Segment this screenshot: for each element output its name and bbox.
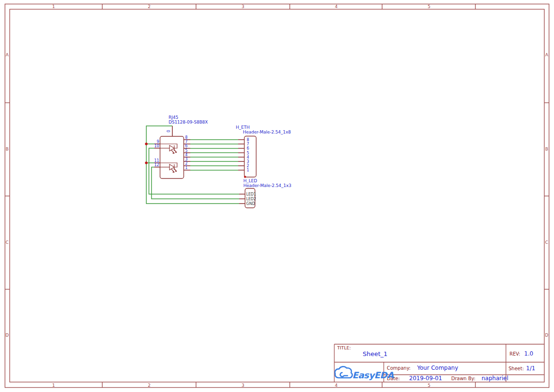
row-label-right-b: B — [545, 147, 548, 151]
sheet-title-value[interactable]: Sheet_1 — [363, 350, 387, 357]
easyeda-cloud-icon — [335, 366, 352, 378]
title-label: TITLE: — [337, 345, 351, 350]
rj45-pin12-number: 12 — [154, 163, 159, 167]
rj45-pin5-number: 5 — [185, 149, 188, 153]
title-block[interactable]: TITLE: Sheet_1 REV: 1.0 Company: Your Co… — [334, 344, 544, 382]
sheet-count-value[interactable]: 1/1 — [526, 365, 535, 372]
h-eth-pin1-label: 1 — [247, 168, 249, 172]
rj45-pin1-number: 1 — [185, 166, 188, 170]
rj45-part-number[interactable]: DS1128-09-S8B8X — [169, 120, 208, 125]
component-rj45[interactable]: RJ45 DS1128-09-S8B8X 0 9 10 11 12 8 7 6 … — [154, 115, 208, 178]
h-eth-body[interactable] — [244, 136, 256, 178]
rj45-pin9-number: 9 — [157, 140, 159, 144]
frame-column-ticks — [102, 4, 475, 388]
h-led-designator[interactable]: H_LED — [243, 178, 257, 183]
rj45-pin4-number: 4 — [185, 153, 188, 157]
row-label-left-b: B — [6, 147, 9, 151]
schematic-sheet: 1 2 3 4 5 1 2 3 4 5 A B C D A B C D — [0, 0, 554, 392]
rev-label: REV: — [509, 351, 520, 356]
row-label-right-d: D — [545, 333, 548, 338]
junction-dot[interactable] — [145, 161, 148, 164]
rj45-pin10-number: 10 — [154, 144, 159, 148]
rj45-pin11-number: 11 — [154, 159, 159, 163]
wires[interactable] — [145, 126, 239, 204]
row-label-right-c: C — [545, 240, 548, 245]
h-led-pin-led1-label: LED1 — [246, 192, 256, 196]
rj45-body[interactable] — [160, 136, 184, 178]
col-label-top-4: 4 — [335, 4, 338, 9]
col-label-bottom-5: 5 — [428, 383, 430, 388]
drawn-by-value[interactable]: naphariel — [482, 375, 509, 382]
h-led-pin-led2-label: LED2 — [246, 197, 256, 201]
col-label-top-5: 5 — [428, 4, 430, 9]
frame-inner-border — [10, 9, 545, 383]
row-label-left-c: C — [6, 240, 9, 245]
h-eth-pin7-label: 7 — [247, 142, 249, 146]
col-label-bottom-4: 4 — [335, 383, 338, 388]
junction-dot[interactable] — [145, 143, 148, 145]
h-eth-pin8-label: 8 — [247, 138, 249, 142]
h-eth-origin-dot — [244, 176, 246, 178]
component-h-led[interactable]: H_LED Header-Male-2.54_1x3 LED1 LED2 GND — [239, 178, 291, 208]
row-label-left-d: D — [6, 333, 9, 338]
easyeda-logo: EasyEDA — [335, 366, 394, 380]
rj45-designator[interactable]: RJ45 — [169, 115, 178, 120]
h-led-part-number[interactable]: Header-Male-2.54_1x3 — [243, 183, 291, 188]
sheet-count-label: Sheet: — [509, 366, 524, 371]
row-label-right-a: A — [545, 53, 548, 57]
h-eth-pin6-label: 6 — [247, 146, 249, 151]
h-eth-pin4-label: 4 — [247, 155, 249, 160]
rj45-pin2-number: 2 — [185, 161, 188, 166]
drawn-by-label: Drawn By: — [451, 376, 475, 381]
company-value[interactable]: Your Company — [417, 365, 458, 371]
frame-row-labels: A B C D A B C D — [6, 53, 549, 338]
easyeda-logo-text: EasyEDA — [352, 370, 394, 380]
rev-value[interactable]: 1.0 — [524, 350, 533, 357]
frame-outer-border — [5, 4, 549, 388]
h-eth-part-number[interactable]: Header-Male-2.54_1x8 — [243, 130, 291, 134]
col-label-bottom-2: 2 — [148, 383, 151, 388]
wire-led1-net[interactable] — [149, 148, 240, 194]
frame-column-labels: 1 2 3 4 5 1 2 3 4 5 — [52, 4, 430, 388]
schematic-canvas[interactable]: 1 2 3 4 5 1 2 3 4 5 A B C D A B C D — [0, 0, 554, 392]
rj45-pin3-number: 3 — [185, 157, 188, 161]
component-h-eth[interactable]: H_ETH Header-Male-2.54_1x8 8 7 6 5 4 3 2… — [236, 125, 291, 178]
rj45-internal-led-top — [160, 144, 177, 154]
h-eth-pin5-label: 5 — [247, 151, 249, 155]
sheet-frame: 1 2 3 4 5 1 2 3 4 5 A B C D A B C D — [5, 4, 549, 388]
col-label-bottom-3: 3 — [241, 383, 244, 388]
date-value[interactable]: 2019-09-01 — [409, 375, 442, 382]
h-eth-designator[interactable]: H_ETH — [236, 125, 250, 130]
row-label-left-a: A — [6, 53, 9, 57]
rj45-pin6-number: 6 — [185, 144, 188, 148]
col-label-top-1: 1 — [52, 4, 55, 9]
rj45-pin7-number: 7 — [185, 140, 188, 144]
rj45-pin0-number: 0 — [167, 130, 171, 132]
rj45-pin8-number: 8 — [185, 135, 188, 140]
rj45-internal-led-bottom — [160, 163, 177, 173]
col-label-top-3: 3 — [241, 4, 244, 9]
h-eth-pin2-label: 2 — [247, 164, 249, 168]
h-led-pin-gnd-label: GND — [246, 202, 255, 206]
col-label-bottom-1: 1 — [52, 383, 55, 388]
h-eth-pin3-label: 3 — [247, 160, 249, 164]
col-label-top-2: 2 — [148, 4, 151, 9]
